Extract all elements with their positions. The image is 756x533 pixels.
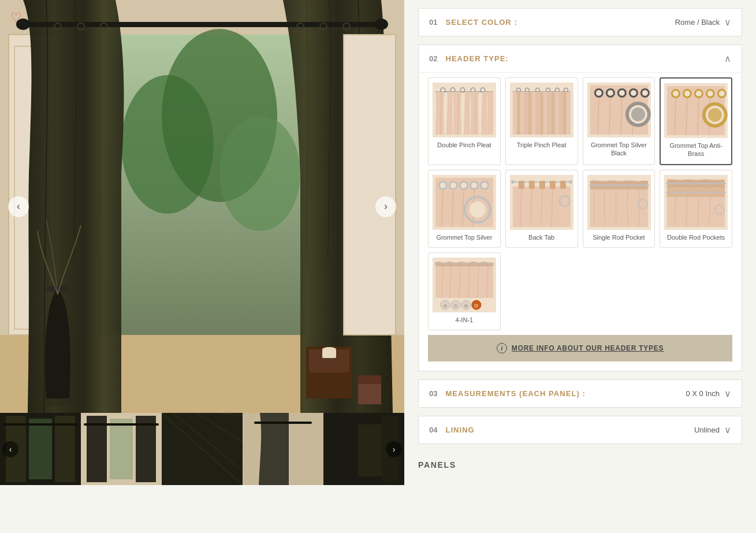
header-type-body: Double Pinch Pleat bbox=[419, 72, 742, 371]
header-type-number: 02 bbox=[429, 54, 437, 63]
header-type-header[interactable]: 02 HEADER TYPE: ∧ bbox=[419, 45, 742, 72]
svg-point-72 bbox=[619, 90, 624, 96]
lining-value: Unlined bbox=[694, 426, 720, 434]
header-option-label-four-in-one: 4-IN-1 bbox=[432, 316, 497, 324]
lining-title: LINING bbox=[445, 426, 474, 434]
svg-text:⊡: ⊡ bbox=[474, 303, 478, 308]
measurements-title: MEASUREMENTS (EACH PANEL) : bbox=[445, 389, 585, 398]
color-header[interactable]: 01 SELECT COLOR : Rome / Black ∨ bbox=[419, 9, 742, 36]
left-panel: ♡ ‹ › bbox=[0, 0, 404, 533]
curtain-scene bbox=[0, 0, 404, 413]
header-option-img-double-rod bbox=[664, 175, 728, 230]
svg-point-70 bbox=[607, 90, 613, 96]
header-option-double-rod[interactable]: Double Rod Pockets bbox=[660, 170, 732, 248]
svg-rect-129 bbox=[550, 181, 556, 189]
svg-text:⊠: ⊠ bbox=[464, 304, 468, 308]
info-icon: i bbox=[497, 343, 507, 353]
svg-rect-150 bbox=[435, 266, 493, 298]
next-image-button[interactable]: › bbox=[375, 196, 396, 217]
header-option-four-in-one[interactable]: ⊞ ⊟ ⊠ ⊡ 4-IN-1 bbox=[428, 252, 501, 330]
svg-rect-126 bbox=[519, 181, 524, 189]
header-option-img-four-in-one: ⊞ ⊟ ⊠ ⊡ bbox=[432, 258, 497, 312]
header-option-img-triple-pinch bbox=[509, 83, 574, 137]
panels-label: PANELS bbox=[418, 452, 742, 469]
header-option-img-double-pinch bbox=[432, 83, 497, 137]
header-option-single-rod[interactable]: Single Rod Pocket bbox=[583, 170, 656, 248]
svg-rect-130 bbox=[560, 181, 566, 189]
thumbnail-3[interactable] bbox=[162, 413, 243, 485]
header-option-back-tab[interactable]: Back Tab bbox=[505, 170, 578, 248]
header-option-label-single-rod: Single Rod Pocket bbox=[587, 233, 651, 241]
svg-rect-34 bbox=[84, 423, 159, 426]
svg-rect-9 bbox=[23, 22, 381, 27]
header-type-section: 02 HEADER TYPE: ∧ bbox=[418, 44, 742, 371]
thumbnail-4[interactable] bbox=[243, 413, 323, 485]
svg-rect-127 bbox=[529, 181, 535, 189]
color-number: 01 bbox=[429, 18, 437, 27]
svg-point-110 bbox=[461, 182, 467, 188]
header-option-label-back-tab: Back Tab bbox=[509, 233, 574, 241]
color-value: Rome / Black bbox=[675, 18, 720, 27]
header-option-label-grommet-silver-black: Grommet Top Silver Black bbox=[587, 141, 651, 158]
header-option-label-triple-pinch: Triple Pinch Pleat bbox=[509, 141, 574, 149]
svg-rect-28 bbox=[55, 416, 75, 482]
header-option-grommet-silver[interactable]: Grommet Top Silver bbox=[428, 170, 501, 248]
svg-point-124 bbox=[511, 180, 515, 184]
measurements-chevron: ∨ bbox=[724, 388, 731, 399]
color-section: 01 SELECT COLOR : Rome / Black ∨ bbox=[418, 8, 742, 36]
header-option-img-back-tab bbox=[509, 175, 574, 230]
svg-rect-24 bbox=[322, 349, 336, 358]
svg-point-68 bbox=[595, 90, 601, 96]
header-option-label-double-rod: Double Rod Pockets bbox=[664, 233, 728, 241]
svg-rect-32 bbox=[110, 419, 133, 479]
prev-image-button[interactable]: ‹ bbox=[8, 196, 29, 217]
svg-text:⊞: ⊞ bbox=[444, 304, 447, 308]
svg-point-112 bbox=[471, 182, 477, 188]
color-header-left: 01 SELECT COLOR : bbox=[429, 18, 517, 27]
measurements-number: 03 bbox=[429, 389, 437, 398]
svg-point-108 bbox=[450, 182, 456, 188]
header-option-img-grommet-anti-brass bbox=[664, 83, 728, 138]
thumb-next-button[interactable]: › bbox=[386, 441, 402, 457]
svg-point-125 bbox=[569, 180, 572, 184]
svg-point-89 bbox=[684, 91, 690, 96]
header-options-grid: Double Pinch Pleat bbox=[428, 77, 732, 330]
more-info-text: MORE INFO ABOUT OUR HEADER TYPES bbox=[512, 344, 664, 352]
header-option-img-grommet-silver bbox=[432, 175, 497, 230]
svg-point-76 bbox=[642, 90, 647, 96]
svg-rect-128 bbox=[539, 181, 545, 189]
svg-rect-31 bbox=[87, 416, 107, 482]
header-type-title: HEADER TYPE: bbox=[445, 54, 508, 63]
more-info-bar[interactable]: i MORE INFO ABOUT OUR HEADER TYPES bbox=[428, 335, 732, 361]
lining-value-group: Unlined ∨ bbox=[694, 424, 731, 435]
svg-rect-29 bbox=[3, 423, 78, 426]
svg-point-95 bbox=[719, 91, 725, 96]
svg-rect-33 bbox=[136, 416, 156, 482]
thumb-prev-button[interactable]: ‹ bbox=[2, 441, 18, 457]
measurements-header-left: 03 MEASUREMENTS (EACH PANEL) : bbox=[429, 389, 586, 398]
svg-rect-43 bbox=[254, 422, 312, 424]
header-option-triple-pinch[interactable]: Triple Pinch Pleat bbox=[505, 77, 578, 165]
header-option-img-grommet-silver-black bbox=[587, 83, 651, 137]
header-option-grommet-anti-brass[interactable]: Grommet Top Anti-Brass bbox=[660, 77, 732, 165]
right-panel: 01 SELECT COLOR : Rome / Black ∨ 02 HEAD… bbox=[404, 0, 756, 533]
page-container: ♡ ‹ › bbox=[0, 0, 756, 533]
header-option-double-pinch[interactable]: Double Pinch Pleat bbox=[428, 77, 501, 165]
measurements-section: 03 MEASUREMENTS (EACH PANEL) : 0 X 0 Inc… bbox=[418, 379, 742, 408]
color-title: SELECT COLOR : bbox=[445, 18, 517, 27]
svg-point-8 bbox=[219, 115, 300, 231]
lining-chevron: ∨ bbox=[724, 424, 731, 435]
thumbnail-strip: ‹ › bbox=[0, 413, 404, 485]
svg-point-106 bbox=[440, 182, 446, 188]
wishlist-icon[interactable]: ♡ bbox=[10, 10, 22, 25]
main-image: ♡ ‹ › bbox=[0, 0, 404, 413]
header-option-grommet-silver-black[interactable]: Grommet Top Silver Black bbox=[583, 77, 656, 165]
svg-point-11 bbox=[374, 18, 388, 30]
measurements-header[interactable]: 03 MEASUREMENTS (EACH PANEL) : 0 X 0 Inc… bbox=[419, 380, 742, 407]
thumbnail-2[interactable] bbox=[81, 413, 162, 485]
color-chevron: ∨ bbox=[724, 17, 731, 28]
header-option-img-single-rod bbox=[587, 175, 651, 230]
svg-point-93 bbox=[707, 91, 713, 96]
header-option-label-grommet-anti-brass: Grommet Top Anti-Brass bbox=[664, 141, 728, 158]
lining-header[interactable]: 04 LINING Unlined ∨ bbox=[419, 416, 742, 443]
